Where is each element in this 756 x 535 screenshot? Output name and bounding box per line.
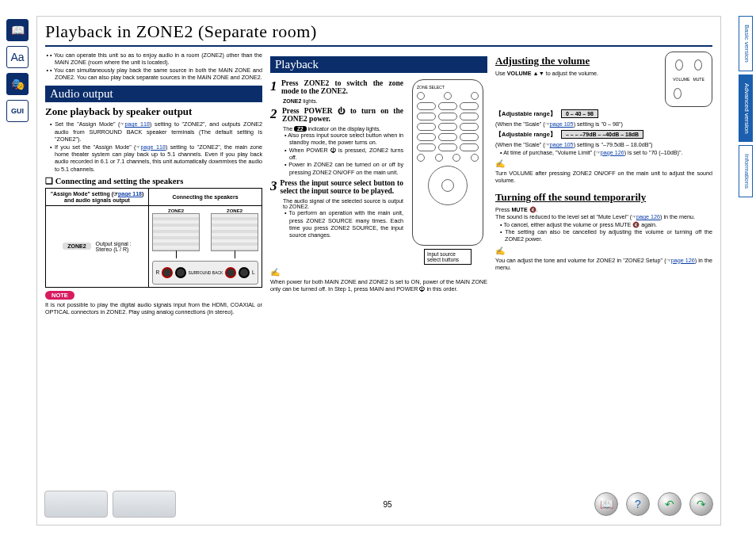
rb14[interactable] xyxy=(438,143,457,151)
help-button[interactable]: ? xyxy=(626,492,650,516)
range2b: At time of purchase, "Volume Limit" (☞pa… xyxy=(500,149,712,156)
sub-mute: Turning off the sound temporarily xyxy=(495,191,712,204)
rbr1[interactable] xyxy=(417,154,425,162)
rbr2[interactable] xyxy=(435,154,443,162)
rb1[interactable] xyxy=(417,102,436,110)
vol-up[interactable] xyxy=(675,59,683,71)
link-p118c[interactable]: page 118 xyxy=(118,191,142,197)
title-rule xyxy=(45,45,712,47)
section-playback: Playback xyxy=(270,56,487,73)
next-button[interactable]: ↷ xyxy=(689,492,713,516)
link-p126b[interactable]: page 126 xyxy=(636,213,660,220)
link-p126c[interactable]: page 126 xyxy=(671,257,695,264)
link-p126a[interactable]: page 126 xyxy=(601,149,624,156)
rb11[interactable] xyxy=(438,133,457,141)
remote-control: ZONE SELECT xyxy=(412,79,483,246)
intro-list: You can operate this unit so as to enjoy… xyxy=(45,52,262,81)
conn-th1: "Assign Mode" setting (☞page 118) and au… xyxy=(46,188,149,205)
note-badge: NOTE xyxy=(45,291,74,300)
s2b2: When POWER ⏻ is pressed, ZONE2 turns off… xyxy=(284,147,403,162)
col-1: You can operate this unit so as to enjoy… xyxy=(45,52,262,316)
tab-basic[interactable]: Basic version xyxy=(739,16,753,71)
step3-txt: Press the input source select button to … xyxy=(281,179,404,195)
step-2: 2 Press POWER ⏻ to turn on the ZONE2 pow… xyxy=(270,107,403,123)
bottom-bar: 95 📖 ? ↶ ↷ xyxy=(36,487,721,521)
jack-r2 xyxy=(175,267,186,278)
sub-connecting: Connecting and setting the speakers xyxy=(45,176,262,185)
range2-sub: (When the "Scale" (☞page 105) setting is… xyxy=(495,141,712,148)
callout-input-source: Input source select buttons xyxy=(424,249,472,265)
vol-foot: You can adjust the tone and volume for Z… xyxy=(495,257,712,272)
prev-button[interactable]: ↶ xyxy=(658,492,682,516)
step3-bullets: To perform an operation with the main un… xyxy=(280,209,403,239)
book-icon[interactable]: 📖 xyxy=(6,19,29,41)
col-3: Adjusting the volume Use VOLUME ▲▼ to ad… xyxy=(495,52,712,316)
step3-num: 3 xyxy=(270,179,277,193)
range-2: 【Adjustable range】 – – – –79dB – –40dB –… xyxy=(495,130,712,139)
rb5[interactable] xyxy=(438,113,457,120)
product-thumb-2[interactable] xyxy=(113,491,176,518)
tab-advanced[interactable]: Advanced version xyxy=(739,75,753,143)
remote-zone2[interactable] xyxy=(444,92,452,100)
bottom-right: 📖 ? ↶ ↷ xyxy=(594,492,713,516)
range-box-1: 0 – 40 – 98 xyxy=(561,109,598,118)
step1-num: 1 xyxy=(270,79,278,93)
step3-sub: The audio signal of the selected source … xyxy=(283,198,403,209)
step2-txt: Press POWER ⏻ to turn on the ZONE2 power… xyxy=(282,107,403,123)
link-p118[interactable]: page 118 xyxy=(124,120,150,128)
rb2[interactable] xyxy=(438,102,457,110)
remote-dpad[interactable] xyxy=(428,166,468,205)
sub-adjust-volume: Adjusting the volume xyxy=(495,55,655,67)
speaker-l xyxy=(152,213,200,251)
range1-sub: (When the "Scale" (☞page 105) setting is… xyxy=(495,120,712,128)
step2-sub: The Z2 indicator on the display lights. xyxy=(283,126,403,132)
terminal-box: R SURROUND BACK L xyxy=(152,261,258,285)
theater-icon[interactable]: 🎭 xyxy=(6,73,29,95)
link-p118b[interactable]: page 118 xyxy=(141,143,166,151)
intro-2: You can simultaneously play back the sam… xyxy=(50,67,262,82)
note-text: It is not possible to play the digital a… xyxy=(45,301,262,316)
rbr3[interactable] xyxy=(452,154,460,162)
rb12[interactable] xyxy=(460,133,479,141)
rb4[interactable] xyxy=(417,113,436,120)
s2b1: Also press input source select button wh… xyxy=(284,132,403,147)
step1-txt: Press ZONE2 to switch the zone mode to t… xyxy=(281,79,403,95)
tab-info[interactable]: Informations xyxy=(739,145,753,197)
bottom-left xyxy=(44,491,181,518)
s3b1: To perform an operation with the main un… xyxy=(284,209,403,239)
conn-table: "Assign Mode" setting (☞page 118) and au… xyxy=(45,188,262,288)
term-l: L xyxy=(252,269,255,275)
right-tabs: Basic version Advanced version Informati… xyxy=(739,16,753,197)
rb6[interactable] xyxy=(460,113,479,120)
rb15[interactable] xyxy=(460,143,479,151)
rb7[interactable] xyxy=(417,123,436,131)
rb9[interactable] xyxy=(460,123,479,131)
sub-zone-playback: Zone playback by speaker output xyxy=(45,105,262,118)
link-p105b[interactable]: page 105 xyxy=(550,141,574,148)
remote-power[interactable] xyxy=(471,92,479,100)
remote-wrap: ZONE SELECT Input source select buttons xyxy=(408,79,487,265)
gui-icon[interactable]: GUI xyxy=(6,100,29,122)
rbr4[interactable] xyxy=(471,154,479,162)
range-1: 【Adjustable range】 0 – 40 – 98 xyxy=(495,109,712,118)
mute-t2: Press MUTE 🔇. xyxy=(495,206,712,213)
step-1: 1 Press ZONE2 to switch the zone mode to… xyxy=(270,79,403,95)
vol-down[interactable] xyxy=(674,88,682,99)
vol-t1: Use VOLUME ▲▼ to adjust the volume. xyxy=(495,70,655,77)
rb3[interactable] xyxy=(460,102,479,110)
mute-bul: To cancel, either adjust the volume or p… xyxy=(495,221,712,243)
page: Playback in ZONE2 (Separate room) You ca… xyxy=(36,16,721,525)
font-icon[interactable]: Aa xyxy=(6,46,29,68)
hand-icon-3: ✍ xyxy=(495,246,712,255)
rb13[interactable] xyxy=(417,143,436,151)
mute-btn[interactable] xyxy=(694,59,702,71)
step2-bullets: Also press input source select button wh… xyxy=(280,132,403,176)
step2-num: 2 xyxy=(270,107,279,120)
link-p105a[interactable]: page 105 xyxy=(550,120,574,128)
product-thumb-1[interactable] xyxy=(44,491,108,518)
bookmark-button[interactable]: 📖 xyxy=(594,492,618,516)
rb8[interactable] xyxy=(438,123,457,131)
remote-main[interactable] xyxy=(417,92,425,100)
rb10[interactable] xyxy=(417,133,436,141)
term-r: R xyxy=(155,269,159,275)
